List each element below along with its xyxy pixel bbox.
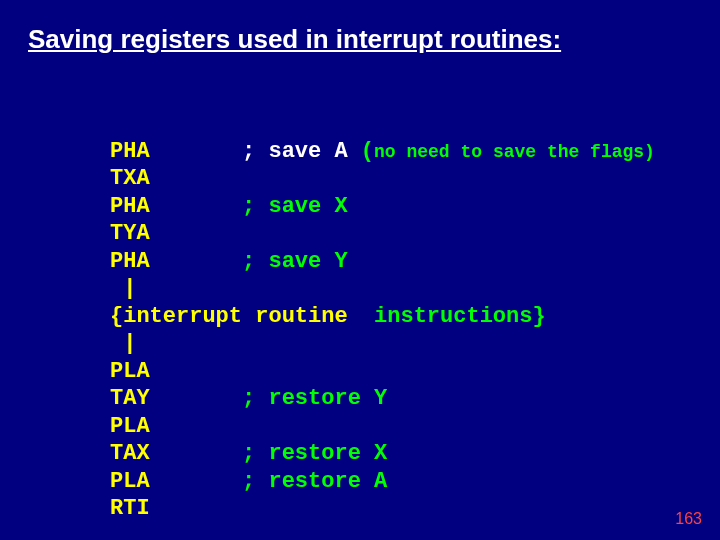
code-line: TYA — [110, 221, 150, 246]
code-line: | — [110, 276, 136, 301]
instruction: PLA — [110, 359, 150, 384]
interrupt-right: instructions} — [374, 304, 546, 329]
comment-tail-small: no need to save the flags) — [374, 142, 655, 162]
instruction: | — [110, 331, 136, 356]
instruction: | — [110, 276, 136, 301]
comment-tail-open: ( — [348, 139, 374, 164]
code-block: PHA ; save A (no need to save the flags)… — [110, 110, 655, 540]
instruction: TXA — [110, 166, 150, 191]
instruction: TAX — [110, 441, 150, 466]
instruction: RTI — [110, 496, 150, 521]
code-line: RTI — [110, 496, 150, 521]
instruction: PLA — [110, 414, 150, 439]
comment: ; save X — [242, 194, 348, 219]
instruction: TYA — [110, 221, 150, 246]
instruction: PHA — [110, 249, 150, 274]
code-line: PLA — [110, 359, 150, 384]
page-number: 163 — [675, 510, 702, 528]
code-line: {interrupt routine instructions} — [110, 304, 546, 329]
comment-prefix: ; — [242, 139, 268, 164]
code-line: PHA ; save A (no need to save the flags) — [110, 139, 655, 164]
comment-strong: save A — [268, 139, 347, 164]
instruction: PHA — [110, 194, 150, 219]
comment: ; restore Y — [242, 386, 387, 411]
code-line: PHA ; save Y — [110, 249, 348, 274]
interrupt-left: {interrupt routine — [110, 304, 374, 329]
code-line: TAX ; restore X — [110, 441, 387, 466]
instruction: TAY — [110, 386, 150, 411]
comment: ; restore X — [242, 441, 387, 466]
code-line: PLA — [110, 414, 150, 439]
slide-title: Saving registers used in interrupt routi… — [28, 24, 561, 55]
code-line: PHA ; save X — [110, 194, 348, 219]
code-line: PLA ; restore A — [110, 469, 387, 494]
instruction: PHA — [110, 139, 150, 164]
code-line: | — [110, 331, 136, 356]
comment: ; save Y — [242, 249, 348, 274]
code-line: TXA — [110, 166, 150, 191]
instruction: PLA — [110, 469, 150, 494]
code-line: TAY ; restore Y — [110, 386, 387, 411]
comment: ; restore A — [242, 469, 387, 494]
slide: Saving registers used in interrupt routi… — [0, 0, 720, 540]
